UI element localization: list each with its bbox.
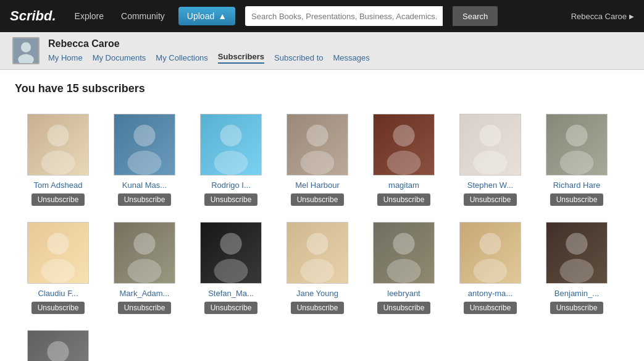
- subscribers-link[interactable]: Subscribers: [218, 52, 264, 64]
- subscriber-name[interactable]: Mel Harbour: [295, 180, 340, 190]
- subscriber-photo: [27, 330, 89, 361]
- profile-navigation: My Home My Documents My Collections Subs…: [48, 52, 370, 64]
- subscriber-card: Benjamin_... Unsubscribe: [533, 216, 620, 324]
- search-button[interactable]: Search: [453, 6, 498, 26]
- avatar: [12, 37, 40, 64]
- subscriber-photo: [27, 114, 89, 176]
- scribd-logo[interactable]: Scribd.: [10, 8, 56, 24]
- svg-point-22: [566, 125, 587, 147]
- subscriber-name[interactable]: magitam: [388, 180, 419, 190]
- svg-point-10: [220, 125, 241, 147]
- unsubscribe-button[interactable]: Unsubscribe: [118, 193, 172, 206]
- unsubscribe-button[interactable]: Unsubscribe: [377, 302, 431, 314]
- subscriber-name[interactable]: Kunal Mas...: [122, 180, 167, 190]
- subscriber-photo: [373, 114, 435, 176]
- subscriber-name[interactable]: Jane Young: [296, 289, 338, 298]
- subscriber-photo: [200, 114, 262, 176]
- subscriber-card: ... Unsubscribe: [15, 324, 101, 361]
- unsubscribe-button[interactable]: Unsubscribe: [377, 193, 431, 206]
- my-collections-link[interactable]: My Collections: [156, 53, 208, 62]
- search-input[interactable]: [245, 6, 443, 26]
- community-link[interactable]: Community: [117, 9, 169, 23]
- subscriber-card: antony-ma... Unsubscribe: [447, 216, 533, 324]
- upload-button[interactable]: Upload ▲: [178, 7, 235, 25]
- svg-point-34: [306, 233, 328, 255]
- svg-point-29: [128, 259, 162, 283]
- upload-icon: ▲: [218, 11, 227, 21]
- subscriber-photo: [286, 222, 348, 284]
- subscriber-photo: [27, 222, 89, 284]
- subscriber-card: Kunal Mas... Unsubscribe: [101, 108, 188, 216]
- subscriber-name[interactable]: Tom Adshead: [34, 180, 83, 190]
- subscriber-card: magitam Unsubscribe: [361, 108, 447, 216]
- svg-point-7: [133, 125, 155, 147]
- unsubscribe-button[interactable]: Unsubscribe: [204, 193, 258, 206]
- subscriber-card: Mel Harbour Unsubscribe: [274, 108, 361, 216]
- my-home-link[interactable]: My Home: [48, 53, 83, 62]
- subscriber-photo: [286, 114, 348, 176]
- explore-link[interactable]: Explore: [71, 9, 107, 23]
- svg-point-17: [387, 151, 421, 175]
- svg-point-11: [214, 151, 248, 175]
- unsubscribe-button[interactable]: Unsubscribe: [464, 193, 517, 206]
- subscriber-card: Jane Young Unsubscribe: [274, 216, 361, 324]
- unsubscribe-button[interactable]: Unsubscribe: [291, 193, 345, 206]
- svg-point-8: [128, 151, 162, 175]
- top-navigation: Scribd. Explore Community Upload ▲ Searc…: [0, 0, 644, 32]
- svg-point-38: [387, 259, 421, 283]
- svg-point-32: [214, 259, 248, 283]
- subscriber-card: Claudiu F... Unsubscribe: [15, 216, 101, 324]
- unsubscribe-button[interactable]: Unsubscribe: [291, 302, 345, 314]
- subscriber-card: Rodrigo I... Unsubscribe: [188, 108, 274, 216]
- username: Rebecca Caroe: [571, 12, 627, 21]
- subscriber-name[interactable]: Benjamin_...: [554, 289, 599, 298]
- unsubscribe-button[interactable]: Unsubscribe: [118, 302, 172, 314]
- svg-point-26: [41, 259, 75, 283]
- subscribed-to-link[interactable]: Subscribed to: [274, 53, 324, 62]
- unsubscribe-button[interactable]: Unsubscribe: [550, 302, 604, 314]
- svg-point-37: [393, 233, 414, 255]
- profile-name: Rebecca Caroe: [48, 38, 370, 49]
- subscriber-card: leebryant Unsubscribe: [361, 216, 447, 324]
- subscriber-name[interactable]: Richard Hare: [553, 180, 601, 190]
- svg-point-13: [306, 125, 328, 147]
- subscriber-card: Tom Adshead Unsubscribe: [15, 108, 101, 216]
- profile-info: Rebecca Caroe My Home My Documents My Co…: [48, 38, 370, 64]
- svg-point-41: [474, 259, 508, 283]
- main-content: You have 15 subscribers Tom Adshead Unsu…: [0, 70, 644, 361]
- subscriber-name[interactable]: antony-ma...: [468, 289, 512, 298]
- unsubscribe-button[interactable]: Unsubscribe: [550, 193, 604, 206]
- svg-point-5: [41, 151, 75, 175]
- svg-point-40: [479, 233, 501, 255]
- subscriber-name[interactable]: Stefan_Ma...: [208, 289, 254, 298]
- messages-link[interactable]: Messages: [333, 53, 370, 62]
- svg-point-44: [560, 259, 594, 283]
- unsubscribe-button[interactable]: Unsubscribe: [204, 302, 258, 314]
- subscriber-card: Mark_Adam... Unsubscribe: [101, 216, 188, 324]
- subscriber-photo: [114, 114, 175, 176]
- subscriber-photo: [114, 222, 175, 284]
- my-documents-link[interactable]: My Documents: [93, 53, 146, 62]
- subscriber-name[interactable]: Mark_Adam...: [120, 289, 170, 298]
- svg-point-35: [301, 259, 335, 283]
- subscribers-grid: Tom Adshead Unsubscribe Kunal Mas... Uns…: [15, 108, 629, 361]
- subscriber-name[interactable]: Rodrigo I...: [211, 180, 251, 190]
- unsubscribe-button[interactable]: Unsubscribe: [31, 193, 85, 206]
- subscriber-name[interactable]: leebryant: [387, 289, 420, 298]
- page-title: You have 15 subscribers: [15, 82, 629, 95]
- subscriber-photo: [546, 114, 608, 176]
- upload-label: Upload: [187, 11, 214, 21]
- subscriber-card: Richard Hare Unsubscribe: [533, 108, 620, 216]
- svg-point-4: [47, 125, 69, 147]
- svg-point-19: [479, 125, 501, 147]
- subscriber-name[interactable]: Claudiu F...: [38, 289, 78, 298]
- subscriber-name[interactable]: Stephen W...: [467, 180, 513, 190]
- subscriber-card: Stephen W... Unsubscribe: [447, 108, 533, 216]
- svg-point-31: [220, 233, 241, 255]
- subscriber-photo: [546, 222, 608, 284]
- user-menu[interactable]: Rebecca Caroe ▶: [571, 12, 634, 21]
- svg-point-23: [560, 151, 594, 175]
- unsubscribe-button[interactable]: Unsubscribe: [464, 302, 517, 314]
- profile-header: Rebecca Caroe My Home My Documents My Co…: [0, 32, 644, 70]
- unsubscribe-button[interactable]: Unsubscribe: [31, 302, 85, 314]
